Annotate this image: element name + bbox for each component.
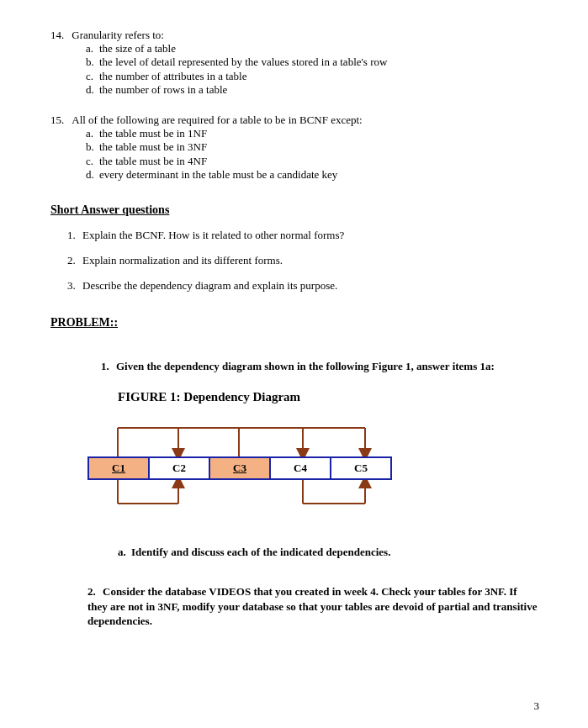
- q14-opt-a: a.the size of a table: [86, 42, 538, 55]
- problem-1a: a.Identify and discuss each of the indic…: [118, 546, 538, 559]
- sa-1: 1.Explain the BCNF. How is it related to…: [67, 229, 538, 242]
- q14-opt-d: d.the number of rows in a table: [86, 83, 538, 97]
- cell-c1: C1: [89, 458, 150, 478]
- mcq-list: 14. Granularity refers to: a.the size of…: [50, 29, 538, 182]
- mcq-item-14: 14. Granularity refers to: a.the size of…: [50, 29, 538, 97]
- sa-2: 2.Explain normalization and its differen…: [67, 254, 538, 267]
- short-answer-list: 1.Explain the BCNF. How is it related to…: [67, 229, 538, 293]
- q15-opt-c: c.the table must be in 4NF: [86, 155, 538, 168]
- q15-opt-a: a.the table must be in 1NF: [86, 127, 538, 140]
- problem-2: 2.Consider the database VIDEOS that you …: [87, 584, 538, 629]
- q14-opt-c: c.the number of attributes in a table: [86, 70, 538, 83]
- page: 14. Granularity refers to: a.the size of…: [0, 0, 588, 646]
- q14-opt-b: b.the level of detail represented by the…: [86, 55, 538, 69]
- q15-stem: All of the following are required for a …: [72, 113, 362, 127]
- cell-c3: C3: [210, 458, 271, 478]
- q14-stem: Granularity refers to:: [72, 29, 164, 42]
- q15-opts: a.the table must be in 1NF b.the table m…: [86, 127, 538, 182]
- problem-heading: PROBLEM::: [50, 316, 538, 330]
- cell-c4: C4: [271, 458, 331, 478]
- cell-c2: C2: [150, 458, 210, 478]
- short-answer-heading: Short Answer questions: [50, 203, 538, 217]
- cell-c5: C5: [331, 458, 390, 478]
- q14-num: 14.: [50, 29, 69, 42]
- sa-3: 3.Describe the dependency diagram and ex…: [67, 279, 538, 293]
- mcq-item-15: 15. All of the following are required fo…: [50, 113, 538, 182]
- figure-1-title: FIGURE 1: Dependency Diagram: [118, 390, 538, 404]
- problem-1: 1.Given the dependency diagram shown in …: [101, 360, 538, 373]
- page-number: 3: [534, 699, 540, 713]
- q15-num: 15.: [50, 113, 69, 127]
- q15-opt-b: b.the table must be in 3NF: [86, 140, 538, 154]
- q15-opt-d: d.every determinant in the table must be…: [86, 168, 538, 182]
- attribute-row: C1 C2 C3 C4 C5: [87, 456, 392, 480]
- q14-opts: a.the size of a table b.the level of det…: [86, 42, 538, 97]
- dependency-diagram: C1 C2 C3 C4 C5: [87, 419, 407, 520]
